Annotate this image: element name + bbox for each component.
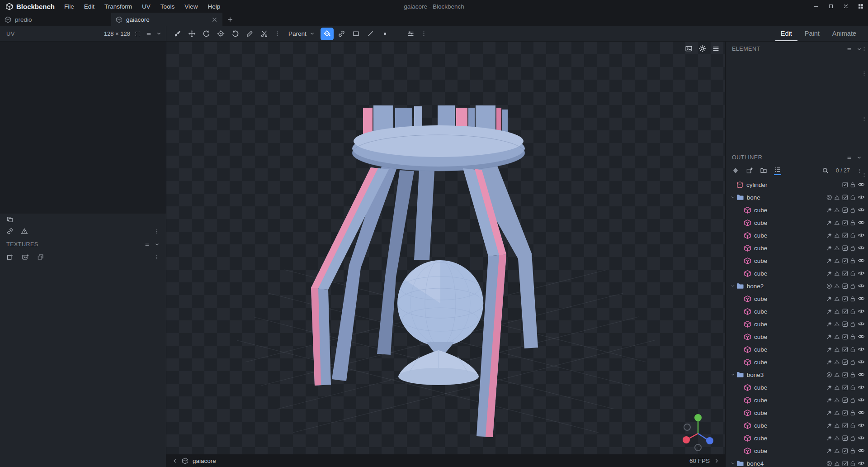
uv-overflow-icon[interactable] <box>154 229 160 234</box>
export-disabled-icon[interactable] <box>826 195 832 200</box>
panel-handle-icon[interactable] <box>861 46 867 52</box>
uv-canvas[interactable] <box>0 42 166 214</box>
lock-toggle-icon[interactable] <box>850 321 856 327</box>
autouv-warning-icon[interactable] <box>834 283 840 289</box>
viewport-canvas[interactable] <box>166 42 725 454</box>
visibility-toggle-icon[interactable] <box>858 245 864 250</box>
pin-toggle-icon[interactable] <box>826 423 832 429</box>
visibility-toggle-icon[interactable] <box>858 347 864 352</box>
outliner-row-cube[interactable]: cube <box>726 330 868 343</box>
autouv-warning-icon[interactable] <box>834 296 840 302</box>
pin-toggle-icon[interactable] <box>826 385 832 391</box>
visibility-toggle-icon[interactable] <box>858 359 864 364</box>
pin-toggle-icon[interactable] <box>826 435 832 441</box>
lock-toggle-icon[interactable] <box>850 258 856 264</box>
menu-edit[interactable]: Edit <box>79 0 99 13</box>
autouv-warning-icon[interactable] <box>834 233 840 238</box>
pin-toggle-icon[interactable] <box>826 309 832 315</box>
autouv-warning-icon[interactable] <box>834 258 840 264</box>
screenshot-icon[interactable] <box>685 45 693 52</box>
outliner-row-cube[interactable]: cube <box>726 242 868 254</box>
texture-group-icon[interactable] <box>37 253 44 261</box>
visibility-toggle-icon[interactable] <box>858 309 864 314</box>
menu-uv[interactable]: UV <box>137 0 156 13</box>
export-checkbox-icon[interactable] <box>842 359 848 365</box>
add-group-icon[interactable] <box>760 167 767 174</box>
outliner-row-cube[interactable]: cube <box>726 432 868 444</box>
menu-view[interactable]: View <box>179 0 203 13</box>
autouv-warning-icon[interactable] <box>834 423 840 429</box>
autouv-warning-icon[interactable] <box>834 385 840 391</box>
export-checkbox-icon[interactable] <box>842 195 848 200</box>
autouv-warning-icon[interactable] <box>834 435 840 441</box>
autouv-warning-icon[interactable] <box>834 347 840 353</box>
export-checkbox-icon[interactable] <box>842 233 848 238</box>
lock-toggle-icon[interactable] <box>850 245 856 251</box>
autouv-warning-icon[interactable] <box>834 245 840 251</box>
lock-toggle-icon[interactable] <box>850 182 856 188</box>
export-checkbox-icon[interactable] <box>842 461 848 467</box>
autouv-warning-icon[interactable] <box>834 220 840 226</box>
axis-gizmo[interactable] <box>677 411 721 453</box>
panel-handle-icon[interactable] <box>861 71 867 76</box>
outliner-row-cube[interactable]: cube <box>726 381 868 394</box>
mode-edit[interactable]: Edit <box>775 26 797 41</box>
pin-toggle-icon[interactable] <box>826 220 832 226</box>
export-checkbox-icon[interactable] <box>842 410 848 416</box>
outliner-row-bone3[interactable]: bone3 <box>726 368 868 381</box>
visibility-toggle-icon[interactable] <box>858 271 864 276</box>
export-disabled-icon[interactable] <box>826 283 832 289</box>
lock-toggle-icon[interactable] <box>850 435 856 441</box>
paint-brush-tool[interactable] <box>171 28 184 40</box>
create-texture-icon[interactable] <box>22 253 29 261</box>
list-view-icon[interactable] <box>774 166 781 173</box>
breadcrumb-forward-icon[interactable] <box>714 458 720 464</box>
mode-paint[interactable]: Paint <box>799 26 825 41</box>
lock-toggle-icon[interactable] <box>850 207 856 213</box>
autouv-warning-icon[interactable] <box>834 271 840 276</box>
autouv-warning-icon[interactable] <box>834 321 840 327</box>
autouv-warning-icon[interactable] <box>834 461 840 467</box>
maximize-button[interactable] <box>823 0 838 13</box>
menu-file[interactable]: File <box>59 0 79 13</box>
lock-toggle-icon[interactable] <box>850 461 856 467</box>
expand-chevron-icon[interactable] <box>729 372 736 377</box>
visibility-toggle-icon[interactable] <box>858 410 864 415</box>
link-uv-icon[interactable] <box>6 228 14 235</box>
export-checkbox-icon[interactable] <box>842 283 848 289</box>
lock-toggle-icon[interactable] <box>850 233 856 238</box>
visibility-toggle-icon[interactable] <box>858 207 864 212</box>
rotate-back-tool[interactable] <box>229 28 242 40</box>
lock-toggle-icon[interactable] <box>850 283 856 289</box>
pin-toggle-icon[interactable] <box>826 296 832 302</box>
import-texture-icon[interactable] <box>6 253 14 261</box>
visibility-toggle-icon[interactable] <box>858 372 864 377</box>
pivot-tool[interactable] <box>214 28 227 40</box>
rectangle-tool[interactable] <box>349 28 363 40</box>
outliner-row-cube[interactable]: cube <box>726 305 868 318</box>
toggles-tool[interactable] <box>404 28 417 40</box>
add-cube-icon[interactable] <box>746 167 753 174</box>
visibility-toggle-icon[interactable] <box>858 448 864 453</box>
textures-drag-handle-icon[interactable] <box>144 242 150 248</box>
export-checkbox-icon[interactable] <box>842 435 848 441</box>
pin-toggle-icon[interactable] <box>826 258 832 264</box>
pin-toggle-icon[interactable] <box>826 410 832 416</box>
lock-toggle-icon[interactable] <box>850 334 856 340</box>
export-checkbox-icon[interactable] <box>842 372 848 378</box>
3d-viewport[interactable]: gaiacore 60 FPS <box>166 42 725 467</box>
uv-warning-icon[interactable] <box>21 228 28 235</box>
visibility-toggle-icon[interactable] <box>858 283 864 288</box>
rotate-tool[interactable] <box>200 28 213 40</box>
menu-transform[interactable]: Transform <box>99 0 137 13</box>
lock-toggle-icon[interactable] <box>850 448 856 454</box>
lock-toggle-icon[interactable] <box>850 372 856 378</box>
autouv-warning-icon[interactable] <box>834 448 840 454</box>
outliner-row-cube[interactable]: cube <box>726 204 868 216</box>
outliner-row-cube[interactable]: cube <box>726 267 868 280</box>
visibility-toggle-icon[interactable] <box>858 334 864 339</box>
uv-fullscreen-icon[interactable] <box>135 31 141 37</box>
visibility-toggle-icon[interactable] <box>858 195 864 200</box>
mode-animate[interactable]: Animate <box>827 26 862 41</box>
viewport-menu-icon[interactable] <box>712 45 720 52</box>
